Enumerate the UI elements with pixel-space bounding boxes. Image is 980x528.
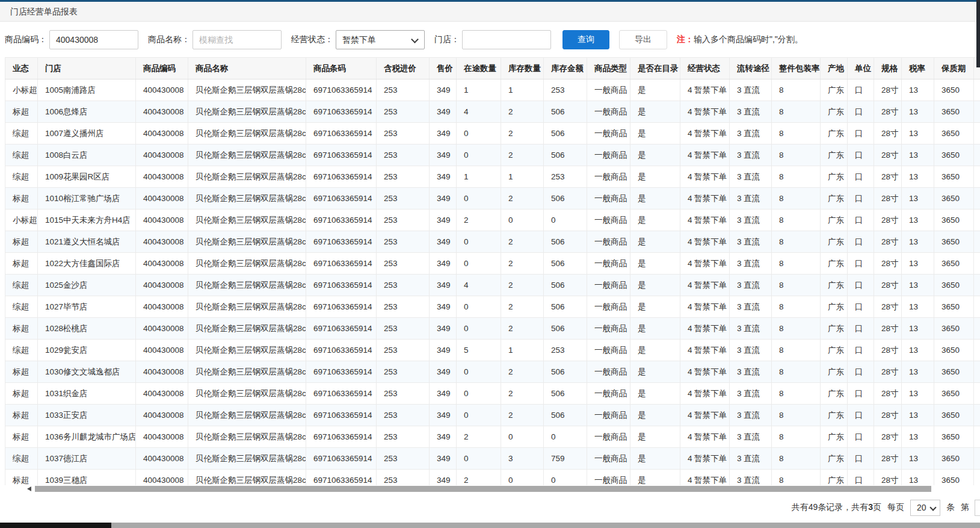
column-header-shelf_life: 保质期 (934, 58, 974, 79)
scrollbar-thumb[interactable] (35, 486, 931, 492)
cell-store: 1007遵义播州店 (38, 123, 136, 144)
cell-stock_qty: 2 (501, 101, 544, 123)
cell-status: 4 暂禁下单 (680, 470, 730, 486)
product-code-input[interactable] (49, 30, 138, 49)
column-header-unit: 单位 (848, 58, 874, 79)
cell-price_sell: 349 (430, 210, 457, 231)
scroll-left-arrow-icon[interactable] (27, 486, 31, 491)
cell-in_transit: 1 (457, 166, 501, 188)
cell-yetai: 标超 (5, 231, 38, 253)
cell-unit: 口 (848, 253, 874, 275)
column-header-price_sell: 售价 (430, 58, 457, 79)
cell-barcode: 6971063365914 (306, 340, 377, 361)
column-header-yetai: 业态 (5, 58, 38, 79)
cell-yetai: 标超 (5, 318, 38, 340)
cell-barcode: 6971063365914 (306, 426, 377, 448)
cell-unit: 口 (848, 101, 874, 123)
cell-barcode: 6971063365914 (306, 166, 377, 188)
cell-price_in: 253 (377, 79, 430, 101)
per-page-label: 每页 (887, 502, 904, 513)
cell-shelf_life: 3650 (934, 79, 974, 101)
cell-unit: 口 (848, 275, 874, 296)
page-number-input[interactable] (975, 500, 980, 516)
records-summary: 共有49条记录，共有3页 (792, 502, 881, 513)
cell-unit: 口 (848, 296, 874, 318)
cell-stock_qty: 0 (501, 210, 544, 231)
cell-in_catalog: 是 (630, 470, 680, 486)
cell-clipped (974, 296, 980, 318)
cell-origin: 广东 (821, 166, 848, 188)
cell-pack_rate: 8 (772, 296, 821, 318)
cell-price_in: 253 (377, 188, 430, 210)
cell-origin: 广东 (821, 79, 848, 101)
column-header-in_transit: 在途数量 (457, 58, 501, 79)
cell-status: 4 暂禁下单 (680, 101, 730, 123)
cell-code: 400430008 (136, 101, 188, 123)
column-header-tax: 税率 (902, 58, 934, 79)
cell-unit: 口 (848, 166, 874, 188)
cell-unit: 口 (848, 405, 874, 426)
query-button[interactable]: 查询 (562, 30, 609, 49)
cell-in_catalog: 是 (630, 101, 680, 123)
cell-price_in: 253 (377, 123, 430, 144)
cell-channel: 3 直流 (730, 188, 772, 210)
cell-stock_qty: 0 (501, 426, 544, 448)
cell-stock_qty: 2 (501, 296, 544, 318)
cell-type: 一般商品 (587, 448, 630, 470)
cell-channel: 3 直流 (730, 210, 772, 231)
cell-store: 1029瓮安店 (38, 340, 136, 361)
cell-code: 400430008 (136, 210, 188, 231)
cell-clipped (974, 101, 980, 123)
cell-in_transit: 0 (457, 188, 501, 210)
cell-pack_rate: 8 (772, 361, 821, 383)
cell-in_transit: 2 (457, 210, 501, 231)
cell-price_in: 253 (377, 210, 430, 231)
cell-stock_qty: 2 (501, 188, 544, 210)
cell-barcode: 6971063365914 (306, 405, 377, 426)
cell-price_in: 253 (377, 470, 430, 486)
cell-name: 贝伦斯企鹅三层钢双层蒸锅28cm (188, 101, 306, 123)
cell-price_sell: 349 (430, 383, 457, 405)
cell-unit: 口 (848, 318, 874, 340)
cell-stock_amt: 506 (544, 361, 587, 383)
status-select[interactable]: 暂禁下单 (336, 30, 425, 49)
status-label: 经营状态： (291, 34, 333, 45)
cell-price_sell: 349 (430, 275, 457, 296)
cell-channel: 3 直流 (730, 318, 772, 340)
store-input[interactable] (462, 30, 551, 49)
cell-price_sell: 349 (430, 144, 457, 166)
cell-status: 4 暂禁下单 (680, 210, 730, 231)
cell-in_catalog: 是 (630, 231, 680, 253)
cell-clipped (974, 79, 980, 101)
export-button[interactable]: 导出 (619, 30, 667, 49)
cell-yetai: 综超 (5, 275, 38, 296)
column-header-channel: 流转途径 (730, 58, 772, 79)
cell-in_catalog: 是 (630, 123, 680, 144)
cell-pack_rate: 8 (772, 275, 821, 296)
column-header-origin: 产地 (821, 58, 848, 79)
page-size-select[interactable]: 20 (910, 500, 940, 516)
cell-yetai: 综超 (5, 166, 38, 188)
cell-price_in: 253 (377, 144, 430, 166)
cell-clipped (974, 470, 980, 486)
cell-barcode: 6971063365914 (306, 275, 377, 296)
cell-in_catalog: 是 (630, 426, 680, 448)
cell-store: 1027毕节店 (38, 296, 136, 318)
cell-spec: 28寸 (874, 210, 902, 231)
cell-price_sell: 349 (430, 340, 457, 361)
cell-spec: 28寸 (874, 188, 902, 210)
cell-tax: 13 (902, 231, 934, 253)
page-title: 门店经营单品报表 (10, 7, 78, 16)
cell-shelf_life: 3650 (934, 166, 974, 188)
cell-barcode: 6971063365914 (306, 188, 377, 210)
cell-code: 400430008 (136, 405, 188, 426)
cell-store: 1031织金店 (38, 383, 136, 405)
cell-origin: 广东 (821, 318, 848, 340)
note-prefix: 注： (677, 34, 694, 44)
column-header-spec: 规格 (874, 58, 902, 79)
cell-origin: 广东 (821, 275, 848, 296)
cell-in_transit: 0 (457, 448, 501, 470)
product-name-input[interactable] (193, 30, 282, 49)
horizontal-scrollbar[interactable] (5, 485, 975, 492)
cell-channel: 3 直流 (730, 275, 772, 296)
